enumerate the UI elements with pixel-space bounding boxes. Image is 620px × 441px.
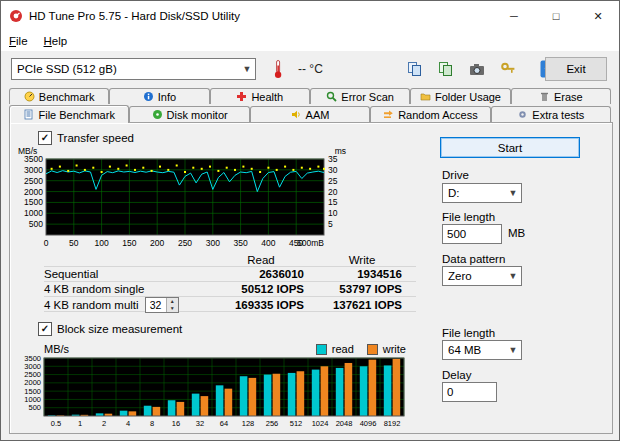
app-window: HD Tune Pro 5.75 - Hard Disk/SSD Utility… <box>0 0 620 441</box>
erase-icon <box>539 91 550 102</box>
copy-text-button[interactable] <box>401 56 429 82</box>
menu-file[interactable]: File <box>1 33 36 49</box>
drive-select-value: PCIe SSD (512 gB) <box>12 63 239 75</box>
file-length-label: File length <box>442 211 495 223</box>
legend-read-swatch <box>316 344 327 355</box>
drive-label: Drive <box>442 169 469 181</box>
tab-folder-usage[interactable]: Folder Usage <box>410 88 510 104</box>
minimize-button[interactable]: ─ <box>493 1 535 31</box>
svg-text:150: 150 <box>122 238 136 248</box>
title-bar: HD Tune Pro 5.75 - Hard Disk/SSD Utility… <box>1 1 619 31</box>
random-access-icon <box>383 109 394 120</box>
column-header-write: Write <box>318 254 416 266</box>
spinner-down-icon[interactable]: ▼ <box>167 305 178 312</box>
extra-tests-icon <box>517 109 528 120</box>
random-single-write-value: 53797 IOPS <box>318 283 416 295</box>
svg-text:2048: 2048 <box>336 419 353 428</box>
benchmark-results-table: Read Write Sequential 2636010 1934516 4 … <box>44 253 416 312</box>
transfer-speed-checkbox[interactable]: ✓ Transfer speed <box>38 131 134 145</box>
tab-row-secondary: File Benchmark Disk monitor AAM Random A… <box>9 104 611 122</box>
table-row-random-multi: 4 KB random multi 32 ▲▼ 169335 IOPS 1376… <box>44 297 416 312</box>
maximize-button[interactable]: □ <box>535 1 577 31</box>
copy-image-button[interactable] <box>432 56 460 82</box>
svg-text:2000: 2000 <box>24 187 43 197</box>
svg-text:20: 20 <box>328 187 338 197</box>
data-pattern-label: Data pattern <box>442 253 505 265</box>
svg-text:512: 512 <box>290 419 303 428</box>
tab-row-primary: Benchmark Info Health Error Scan Folder … <box>9 87 611 104</box>
svg-text:1000: 1000 <box>24 208 43 218</box>
svg-text:500mB: 500mB <box>297 238 324 248</box>
exit-button[interactable]: Exit <box>545 57 607 81</box>
svg-text:5: 5 <box>328 219 333 229</box>
start-button[interactable]: Start <box>440 137 580 158</box>
svg-text:0: 0 <box>44 238 49 248</box>
svg-text:256: 256 <box>266 419 279 428</box>
svg-text:64: 64 <box>220 419 228 428</box>
svg-text:4096: 4096 <box>360 419 377 428</box>
benchmark-controls-panel: Start Drive D: ▼ File length MB Data pat… <box>438 123 610 433</box>
svg-text:100: 100 <box>95 238 109 248</box>
block-file-length-label: File length <box>442 327 495 339</box>
svg-text:15: 15 <box>328 197 338 207</box>
random-single-read-value: 50512 IOPS <box>214 283 318 295</box>
menu-bar: File Help <box>1 31 619 52</box>
svg-text:4: 4 <box>126 419 130 428</box>
tab-benchmark[interactable]: Benchmark <box>9 88 109 104</box>
folder-usage-icon <box>420 91 431 102</box>
svg-text:2: 2 <box>102 419 106 428</box>
file-length-input[interactable] <box>442 224 502 244</box>
svg-text:30: 30 <box>328 165 338 175</box>
block-file-length-combobox[interactable]: 64 MB ▼ <box>442 340 522 360</box>
health-icon <box>236 91 247 102</box>
temperature-readout: -- °C <box>298 62 323 76</box>
tab-aam[interactable]: AAM <box>250 106 370 122</box>
tab-health[interactable]: Health <box>210 88 310 104</box>
block-size-checkbox[interactable]: ✓ Block size measurement <box>38 322 182 336</box>
svg-text:250: 250 <box>178 238 192 248</box>
tab-file-benchmark[interactable]: File Benchmark <box>9 105 129 123</box>
app-icon <box>9 9 23 23</box>
svg-text:200: 200 <box>150 238 164 248</box>
spinner-up-icon[interactable]: ▲ <box>167 298 178 305</box>
queue-depth-value: 32 <box>146 298 166 312</box>
svg-text:MB/s: MB/s <box>18 146 37 156</box>
svg-text:50: 50 <box>69 238 79 248</box>
tab-disk-monitor[interactable]: Disk monitor <box>129 106 249 122</box>
delay-input[interactable] <box>442 382 497 402</box>
svg-text:10: 10 <box>328 208 338 218</box>
file-benchmark-icon <box>23 109 34 120</box>
disk-monitor-icon <box>152 109 163 120</box>
drive-select-combobox[interactable]: PCIe SSD (512 gB) ▼ <box>11 58 256 80</box>
chevron-down-icon: ▼ <box>505 188 521 198</box>
tab-random-access[interactable]: Random Access <box>370 106 490 122</box>
queue-depth-spinner[interactable]: 32 ▲▼ <box>145 297 179 313</box>
sequential-read-value: 2636010 <box>214 268 318 280</box>
svg-text:300: 300 <box>206 238 220 248</box>
benchmark-icon <box>24 91 35 102</box>
camera-screenshot-button[interactable] <box>463 56 491 82</box>
svg-text:1: 1 <box>78 419 82 428</box>
tab-error-scan[interactable]: Error Scan <box>310 88 410 104</box>
data-pattern-combobox[interactable]: Zero ▼ <box>442 266 522 286</box>
close-button[interactable]: ✕ <box>577 1 619 31</box>
data-pattern-value: Zero <box>443 270 505 282</box>
svg-text:ms: ms <box>335 146 346 156</box>
svg-text:1500: 1500 <box>24 197 43 207</box>
svg-text:2500: 2500 <box>24 176 43 186</box>
svg-text:1024: 1024 <box>312 419 329 428</box>
menu-help[interactable]: Help <box>36 33 76 49</box>
tab-extra-tests[interactable]: Extra tests <box>491 106 611 122</box>
file-benchmark-panel: ✓ Transfer speed 35003000250020001500100… <box>9 122 613 434</box>
drive-value: D: <box>443 187 505 199</box>
svg-text:500: 500 <box>29 219 43 229</box>
tab-info[interactable]: Info <box>109 88 209 104</box>
table-row-random-single: 4 KB random single 50512 IOPS 53797 IOPS <box>44 282 416 297</box>
table-header-row: Read Write <box>44 253 416 267</box>
checkbox-check-icon: ✓ <box>38 322 52 336</box>
checkbox-check-icon: ✓ <box>38 131 52 145</box>
drive-combobox[interactable]: D: ▼ <box>442 183 522 203</box>
tab-erase[interactable]: Erase <box>511 88 611 104</box>
keys-button[interactable] <box>494 56 522 82</box>
svg-text:16: 16 <box>172 419 180 428</box>
